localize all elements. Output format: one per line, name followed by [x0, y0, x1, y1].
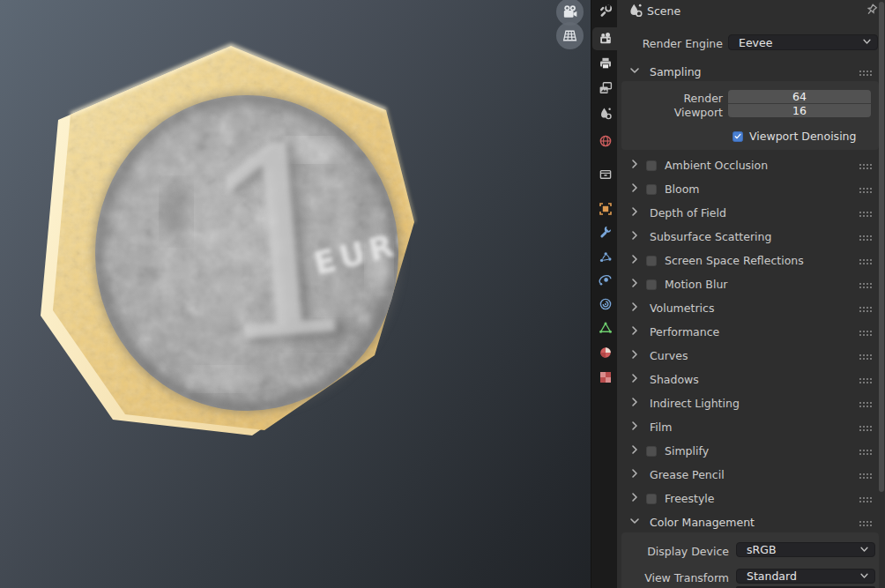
chevron-down-icon	[859, 543, 869, 556]
chevron-right-icon	[628, 395, 642, 412]
properties-tab-material[interactable]	[592, 341, 618, 364]
section-header-screen-space-reflections[interactable]: Screen Space Reflections	[617, 249, 885, 272]
sampling-panel-body: Render Viewport 64 16 Viewport Denoising	[621, 81, 879, 150]
section-header-performance[interactable]: Performance	[617, 320, 885, 344]
drag-handle-dots[interactable]	[858, 495, 873, 502]
section-header-film[interactable]: Film	[617, 415, 885, 439]
drag-handle-dots[interactable]	[858, 448, 873, 455]
render-engine-dropdown[interactable]: Eevee	[728, 34, 878, 50]
render-samples-field[interactable]: 64	[728, 90, 871, 103]
object-icon	[599, 202, 613, 216]
drag-handle-dots[interactable]	[858, 353, 873, 360]
section-header-bloom[interactable]: Bloom	[617, 177, 885, 201]
drag-handle-dots[interactable]	[858, 472, 873, 479]
drag-handle-dots[interactable]	[858, 519, 873, 526]
drag-handle-dots[interactable]	[858, 329, 873, 336]
section-label: Color Management	[650, 516, 755, 529]
drag-handle-dots[interactable]	[858, 186, 873, 193]
chevron-right-icon	[628, 157, 642, 174]
drag-handle-dots[interactable]	[858, 400, 873, 407]
motion-blur-checkbox[interactable]	[646, 279, 657, 290]
section-header-shadows[interactable]: Shadows	[617, 368, 885, 391]
viewport-samples-field[interactable]: 16	[728, 104, 871, 117]
section-header-curves[interactable]: Curves	[617, 344, 885, 368]
display-device-value: sRGB	[747, 543, 776, 556]
section-header-subsurface-scattering[interactable]: Subsurface Scattering	[617, 225, 885, 249]
viewport-samples-label: Viewport	[621, 106, 723, 119]
drag-handle-dots[interactable]	[858, 305, 873, 312]
section-label: Depth of Field	[650, 206, 726, 220]
3d-viewport[interactable]: 1 1 EURO	[0, 0, 591, 588]
chevron-right-icon	[628, 300, 642, 316]
freestyle-checkbox[interactable]	[646, 494, 657, 504]
properties-tab-texture[interactable]	[592, 366, 618, 389]
view-layer-icon	[599, 81, 613, 95]
section-header-grease-pencil[interactable]: Grease Pencil	[617, 463, 885, 487]
bloom-checkbox[interactable]	[646, 184, 657, 195]
chevron-down-icon	[862, 36, 872, 49]
properties-tab-scene[interactable]	[592, 102, 618, 125]
section-label: Curves	[650, 349, 688, 362]
section-header-motion-blur[interactable]: Motion Blur	[617, 272, 885, 296]
drag-handle-dots[interactable]	[858, 424, 873, 431]
properties-tab-particles[interactable]	[592, 245, 618, 268]
section-header-freestyle[interactable]: Freestyle	[617, 487, 885, 510]
mesh-data-icon	[599, 321, 613, 335]
section-label: Subsurface Scattering	[650, 230, 771, 243]
toggle-orthographic-button[interactable]	[556, 22, 584, 49]
section-label: Sampling	[650, 65, 702, 78]
section-header-volumetrics[interactable]: Volumetrics	[617, 296, 885, 320]
drag-handle-dots[interactable]	[858, 162, 873, 169]
section-header-simplify[interactable]: Simplify	[617, 439, 885, 463]
chevron-right-icon	[628, 276, 642, 293]
properties-tab-collection[interactable]	[592, 162, 618, 185]
chevron-right-icon	[628, 466, 642, 483]
ambient-occlusion-checkbox[interactable]	[646, 160, 657, 171]
view-transform-value: Standard	[747, 569, 797, 583]
section-label: Performance	[650, 325, 719, 339]
chevron-down-icon	[628, 63, 642, 80]
render-icon	[599, 32, 613, 46]
wrench-icon	[599, 226, 613, 240]
properties-tab-object[interactable]	[592, 197, 618, 220]
section-header-indirect-lighting[interactable]: Indirect Lighting	[617, 391, 885, 415]
chevron-right-icon	[628, 205, 642, 221]
properties-tab-view-layer[interactable]	[592, 77, 618, 100]
texture-icon	[599, 370, 613, 384]
pin-icon[interactable]	[864, 3, 879, 18]
properties-tab-world[interactable]	[592, 130, 618, 153]
drag-handle-dots[interactable]	[858, 257, 873, 264]
section-header-sampling[interactable]: Sampling	[617, 60, 885, 84]
screen-space-reflections-checkbox[interactable]	[646, 256, 657, 266]
properties-tab-modifiers[interactable]	[592, 221, 618, 244]
section-label: Screen Space Reflections	[665, 254, 804, 267]
properties-tab-physics[interactable]	[592, 269, 618, 292]
euro-coin-mesh[interactable]: 1 1 EURO	[0, 0, 591, 588]
section-header-ambient-occlusion[interactable]: Ambient Occlusion	[617, 153, 885, 177]
viewport-denoising-checkbox[interactable]	[733, 131, 743, 142]
section-label: Simplify	[665, 444, 709, 458]
drag-handle-dots[interactable]	[858, 210, 873, 217]
render-engine-label: Render Engine	[617, 37, 723, 50]
chevron-right-icon	[628, 181, 642, 197]
properties-tab-tool[interactable]	[592, 0, 618, 23]
display-device-dropdown[interactable]: sRGB	[736, 542, 875, 557]
scrollbar[interactable]	[879, 2, 884, 492]
view-transform-dropdown[interactable]: Standard	[736, 569, 875, 584]
drag-handle-dots[interactable]	[858, 234, 873, 241]
properties-tab-object-data[interactable]	[592, 316, 618, 339]
drag-handle-dots[interactable]	[858, 69, 873, 76]
properties-tab-output[interactable]	[592, 52, 618, 75]
properties-tab-render[interactable]	[592, 27, 618, 50]
properties-tab-constraints[interactable]	[592, 293, 618, 316]
section-header-depth-of-field[interactable]: Depth of Field	[617, 201, 885, 225]
simplify-checkbox[interactable]	[646, 446, 657, 457]
particles-icon	[599, 249, 613, 264]
section-label: Ambient Occlusion	[665, 159, 768, 172]
section-header-color-management[interactable]: Color Management	[617, 510, 885, 534]
tool-icon	[599, 4, 613, 19]
drag-handle-dots[interactable]	[858, 281, 873, 288]
drag-handle-dots[interactable]	[858, 376, 873, 383]
view-transform-label: View Transform	[621, 571, 729, 584]
section-label: Freestyle	[665, 492, 715, 505]
